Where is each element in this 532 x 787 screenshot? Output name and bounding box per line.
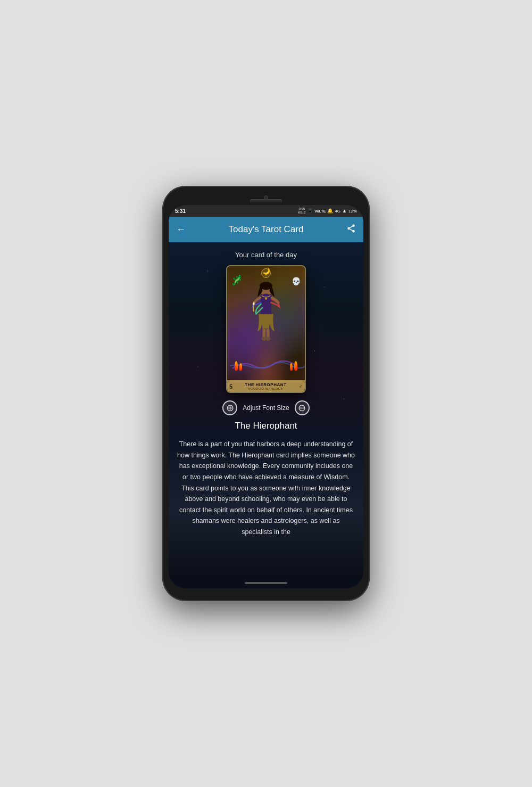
svg-point-7 <box>263 288 265 289</box>
app-bar-title: Today's Tarot Card <box>193 224 339 235</box>
font-size-controls: ⊕ Adjust Font Size ⊖ <box>222 400 309 415</box>
card-symbol: ♂ <box>299 383 303 389</box>
signal-icon: ▲ <box>342 208 347 214</box>
status-data-speed: 0.05 KB/S <box>298 207 306 215</box>
battery-indicator: 12% <box>348 209 357 214</box>
status-right: 0.05 KB/S 📱 VoLTE 🔔 4G ▲ 12% <box>298 207 357 215</box>
svg-point-13 <box>265 298 267 300</box>
card-name-bottom: THE HIEROPHANT <box>232 382 298 387</box>
card-deck-name: VOODOO WARLOCK <box>232 387 298 390</box>
status-time: 5:31 <box>175 208 186 214</box>
font-size-label: Adjust Font Size <box>243 404 289 412</box>
card-of-day-label: Your card of the day <box>235 251 297 259</box>
svg-line-4 <box>350 226 352 228</box>
svg-point-8 <box>267 288 269 289</box>
increase-font-button[interactable]: ⊕ <box>222 400 237 415</box>
app-bar: ← Today's Tarot Card <box>169 217 363 242</box>
minus-icon: ⊖ <box>298 403 306 413</box>
plus-icon: ⊕ <box>226 403 234 413</box>
home-indicator <box>169 578 363 588</box>
phone-screen: 5:31 0.05 KB/S 📱 VoLTE 🔔 4G ▲ 12% ← Toda… <box>169 205 363 588</box>
main-content: Your card of the day V 🌙 🦎 <box>169 242 363 578</box>
camera <box>264 195 268 200</box>
svg-point-12 <box>265 337 270 340</box>
network-icon: 4G <box>335 209 340 214</box>
volte-icon: VoLTE <box>314 209 326 213</box>
home-bar <box>245 582 287 584</box>
flame-right-icon <box>290 361 297 371</box>
tarot-card-container: V 🌙 🦎 💀 <box>226 265 306 393</box>
svg-line-3 <box>350 229 352 231</box>
volume-icon: 🔔 <box>327 208 333 214</box>
decrease-font-button[interactable]: ⊖ <box>295 400 310 415</box>
tarot-figure <box>242 277 290 348</box>
share-button[interactable] <box>346 224 356 235</box>
svg-point-2 <box>352 230 355 233</box>
phone-icon: 📱 <box>307 208 313 214</box>
tarot-card: V 🌙 🦎 💀 <box>226 265 306 393</box>
svg-point-0 <box>352 225 355 227</box>
svg-point-1 <box>347 227 350 230</box>
moon-symbol: 🌙 <box>262 267 270 275</box>
status-bar: 5:31 0.05 KB/S 📱 VoLTE 🔔 4G ▲ 12% <box>169 205 363 217</box>
green-creature-icon: 🦎 <box>231 274 243 286</box>
tarot-card-bottom: 5 THE HIEROPHANT VOODOO WARLOCK ♂ <box>227 380 305 392</box>
card-title: The Hierophant <box>235 421 297 431</box>
skull-icon: 💀 <box>292 277 301 285</box>
phone-frame: 5:31 0.05 KB/S 📱 VoLTE 🔔 4G ▲ 12% ← Toda… <box>162 186 370 601</box>
card-description: There is a part of you that harbors a de… <box>174 439 358 538</box>
phone-notch <box>169 192 363 205</box>
flame-left-icon <box>235 361 242 371</box>
back-button[interactable]: ← <box>176 224 186 235</box>
